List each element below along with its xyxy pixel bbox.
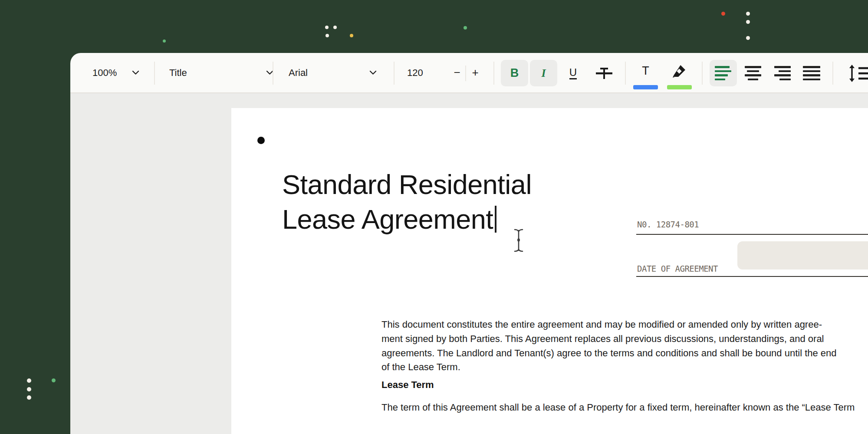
text-color-button[interactable]: T bbox=[633, 60, 658, 86]
body-line: This document constitutes the entire agr… bbox=[381, 318, 837, 332]
toolbar-separator bbox=[493, 62, 494, 85]
decor-dot bbox=[746, 12, 750, 16]
font-size-value: 120 bbox=[407, 67, 423, 79]
align-center-button[interactable] bbox=[739, 60, 766, 86]
document-page[interactable]: Standard Residential Lease Agreement N0.… bbox=[231, 108, 868, 434]
formatting-toolbar: 100% Title Arial 120 − + B bbox=[70, 53, 868, 93]
line-spacing-button[interactable] bbox=[845, 60, 868, 86]
underline-icon: U bbox=[569, 67, 577, 79]
ibeam-cursor bbox=[513, 228, 525, 253]
align-justify-button[interactable] bbox=[798, 60, 825, 86]
decor-dot bbox=[350, 34, 353, 37]
minus-icon: − bbox=[454, 66, 460, 79]
chevron-down-icon bbox=[369, 70, 377, 75]
highlighter-icon bbox=[672, 63, 687, 79]
increase-font-size-button[interactable]: + bbox=[470, 53, 481, 92]
toolbar-separator bbox=[154, 62, 155, 85]
decor-dot bbox=[163, 39, 166, 43]
body-paragraph-2[interactable]: The term of this Agreement shall be a le… bbox=[381, 401, 855, 415]
text-caret bbox=[495, 206, 496, 233]
zoom-dropdown[interactable]: 100% bbox=[92, 53, 139, 92]
decor-dot bbox=[746, 20, 750, 24]
toolbar-separator bbox=[465, 66, 466, 81]
align-left-button[interactable] bbox=[710, 60, 737, 86]
align-right-icon bbox=[773, 66, 791, 80]
date-input[interactable] bbox=[737, 241, 868, 270]
date-underline bbox=[636, 276, 868, 277]
toolbar-separator bbox=[832, 62, 833, 85]
document-title[interactable]: Standard Residential Lease Agreement bbox=[282, 167, 532, 237]
highlight-button[interactable] bbox=[667, 60, 692, 86]
paragraph-style-value: Title bbox=[169, 67, 187, 79]
text-color-swatch bbox=[633, 85, 658, 89]
decor-dot bbox=[27, 387, 31, 391]
bold-icon: B bbox=[510, 66, 519, 80]
title-line-1: Standard Residential bbox=[282, 167, 532, 202]
decor-dot bbox=[464, 26, 467, 30]
doc-number-underline bbox=[636, 234, 868, 235]
font-family-dropdown[interactable]: Arial bbox=[289, 53, 377, 92]
doc-number-label[interactable]: N0. 12874-801 bbox=[637, 220, 699, 229]
decrease-font-size-button[interactable]: − bbox=[451, 53, 463, 92]
align-left-icon bbox=[715, 66, 732, 80]
body-line: of the Lease Term. bbox=[381, 360, 837, 375]
toolbar-separator bbox=[273, 62, 273, 85]
body-line: agreements. The Landlord and Tenant(s) a… bbox=[381, 346, 837, 361]
line-spacing-icon bbox=[847, 65, 868, 82]
zoom-value: 100% bbox=[92, 67, 117, 79]
font-size-field[interactable]: 120 bbox=[407, 53, 423, 92]
decor-dot bbox=[27, 395, 31, 400]
highlight-swatch bbox=[667, 85, 692, 89]
strikethrough-icon bbox=[595, 65, 614, 82]
bold-button[interactable]: B bbox=[501, 60, 528, 86]
section-heading[interactable]: Lease Term bbox=[381, 379, 434, 391]
chevron-down-icon bbox=[132, 70, 139, 75]
decor-dot bbox=[27, 378, 31, 383]
body-line: ment signed by both Parties. This Agreem… bbox=[381, 332, 837, 346]
title-line-2: Lease Agreement bbox=[282, 202, 532, 237]
decor-dot bbox=[333, 26, 337, 29]
align-justify-icon bbox=[803, 66, 820, 80]
list-bullet bbox=[257, 137, 265, 144]
text-color-icon: T bbox=[642, 65, 649, 77]
decor-dot bbox=[52, 378, 56, 382]
strikethrough-button[interactable] bbox=[590, 60, 618, 86]
decor-dot bbox=[325, 26, 329, 29]
align-right-button[interactable] bbox=[768, 60, 796, 86]
decor-dot bbox=[746, 36, 750, 40]
decor-dot bbox=[326, 34, 329, 37]
italic-button[interactable]: I bbox=[530, 60, 557, 86]
toolbar-separator bbox=[625, 62, 626, 85]
underline-button[interactable]: U bbox=[559, 60, 587, 86]
app-window: 100% Title Arial 120 − + B bbox=[0, 0, 868, 434]
plus-icon: + bbox=[472, 66, 478, 79]
toolbar-separator bbox=[394, 62, 395, 85]
font-family-value: Arial bbox=[289, 67, 308, 79]
paragraph-style-dropdown[interactable]: Title bbox=[169, 53, 273, 92]
date-of-agreement-label[interactable]: DATE OF AGREEMENT bbox=[637, 264, 718, 273]
align-center-icon bbox=[744, 66, 762, 80]
italic-icon: I bbox=[541, 67, 546, 80]
decor-dot bbox=[721, 12, 725, 16]
body-paragraph-1[interactable]: This document constitutes the entire agr… bbox=[381, 318, 837, 375]
editor-canvas: Standard Residential Lease Agreement N0.… bbox=[70, 93, 868, 434]
toolbar-separator bbox=[702, 62, 703, 85]
